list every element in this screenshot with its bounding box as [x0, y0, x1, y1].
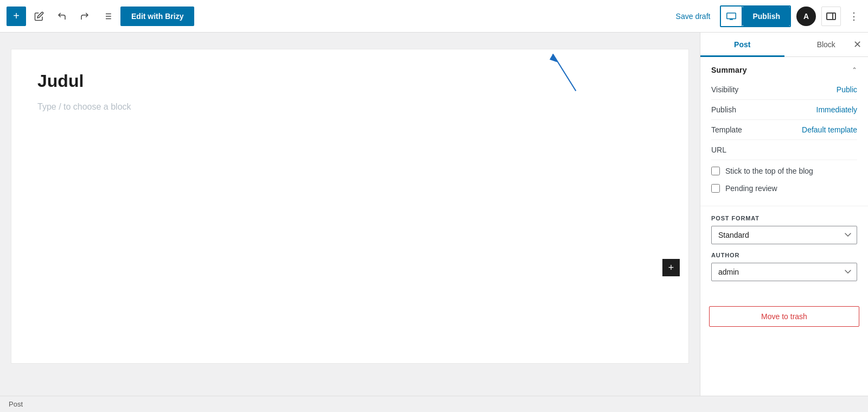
editor-canvas[interactable]: Judul Type / to choose a block +: [11, 49, 689, 364]
undo-icon: [57, 11, 67, 21]
monitor-icon: [726, 12, 736, 20]
visibility-value[interactable]: Public: [837, 85, 857, 94]
more-options-button[interactable]: ⋮: [846, 9, 861, 24]
list-view-button[interactable]: [98, 7, 117, 26]
sidebar: Post Block ✕ Summary ⌃ Visibility Public…: [700, 33, 868, 396]
publish-button[interactable]: Publish: [743, 7, 790, 26]
pending-review-row: Pending review: [711, 180, 857, 197]
save-draft-button[interactable]: Save draft: [672, 10, 715, 23]
add-block-button[interactable]: +: [7, 7, 26, 26]
status-bar: Post: [0, 396, 868, 412]
url-row: URL: [711, 142, 857, 157]
redo-icon: [80, 11, 90, 21]
summary-title: Summary: [711, 66, 747, 74]
undo-button[interactable]: [52, 7, 72, 26]
pending-review-checkbox[interactable]: [711, 184, 720, 193]
author-select[interactable]: admin: [711, 263, 857, 281]
redo-button[interactable]: [75, 7, 94, 26]
pencil-icon: [34, 11, 44, 21]
publish-value[interactable]: Immediately: [816, 105, 857, 114]
plus-inline-icon: +: [668, 262, 674, 274]
close-sidebar-button[interactable]: ✕: [853, 40, 861, 49]
stick-to-top-checkbox[interactable]: [711, 167, 720, 175]
template-value[interactable]: Default template: [802, 125, 857, 134]
stick-to-top-label[interactable]: Stick to the top of the blog: [725, 167, 813, 175]
chevron-up-icon: ⌃: [852, 66, 857, 74]
tab-post[interactable]: Post: [700, 33, 784, 56]
main-layout: Judul Type / to choose a block + Post Bl…: [0, 33, 868, 396]
svg-rect-9: [827, 13, 835, 20]
tools-button[interactable]: [29, 7, 49, 26]
publish-label: Publish: [711, 105, 736, 114]
svg-marker-12: [550, 54, 557, 62]
divider-4: [711, 160, 857, 160]
post-format-section: POST FORMAT Standard Aside Image Video Q…: [700, 206, 868, 297]
toolbar-right: Save draft Publish A ⋮: [672, 5, 861, 27]
toolbar-left: + Edit with Brizy: [7, 7, 194, 26]
summary-section-header[interactable]: Summary ⌃: [711, 66, 857, 74]
sidebar-tabs: Post Block ✕: [700, 33, 868, 57]
add-block-inline-button[interactable]: +: [662, 259, 680, 276]
url-label: URL: [711, 145, 726, 154]
edit-with-brizy-button[interactable]: Edit with Brizy: [120, 7, 194, 26]
move-to-trash-button[interactable]: Move to trash: [709, 306, 859, 327]
block-placeholder[interactable]: Type / to choose a block: [37, 102, 662, 112]
divider-3: [711, 140, 857, 140]
preview-button[interactable]: [721, 7, 743, 26]
template-row: Template Default template: [711, 122, 857, 137]
post-title[interactable]: Judul: [37, 71, 662, 91]
publish-row: Publish Immediately: [711, 102, 857, 117]
pending-review-label[interactable]: Pending review: [725, 184, 777, 193]
svg-rect-6: [727, 13, 736, 19]
post-format-label: POST FORMAT: [711, 215, 857, 221]
visibility-label: Visibility: [711, 85, 738, 94]
template-label: Template: [711, 125, 742, 134]
post-format-select[interactable]: Standard Aside Image Video Quote Link Ga…: [711, 226, 857, 244]
toolbar: + Edit with Brizy Save draft Publish A: [0, 0, 868, 33]
publish-group: Publish: [720, 5, 791, 27]
visibility-row: Visibility Public: [711, 82, 857, 97]
stick-to-top-row: Stick to the top of the blog: [711, 162, 857, 180]
plus-icon: +: [13, 10, 20, 22]
status-label: Post: [9, 400, 23, 408]
avatar-letter: A: [803, 12, 809, 21]
summary-section: Summary ⌃ Visibility Public Publish Imme…: [700, 57, 868, 206]
list-icon: [103, 11, 112, 21]
editor-area: Judul Type / to choose a block +: [0, 33, 700, 396]
divider-2: [711, 119, 857, 120]
sidebar-toggle-button[interactable]: [821, 7, 841, 26]
arrow-annotation: [11, 49, 688, 363]
sidebar-icon: [826, 12, 836, 20]
divider-1: [711, 99, 857, 100]
author-label: AUTHOR: [711, 252, 857, 258]
avatar-button[interactable]: A: [796, 7, 816, 26]
